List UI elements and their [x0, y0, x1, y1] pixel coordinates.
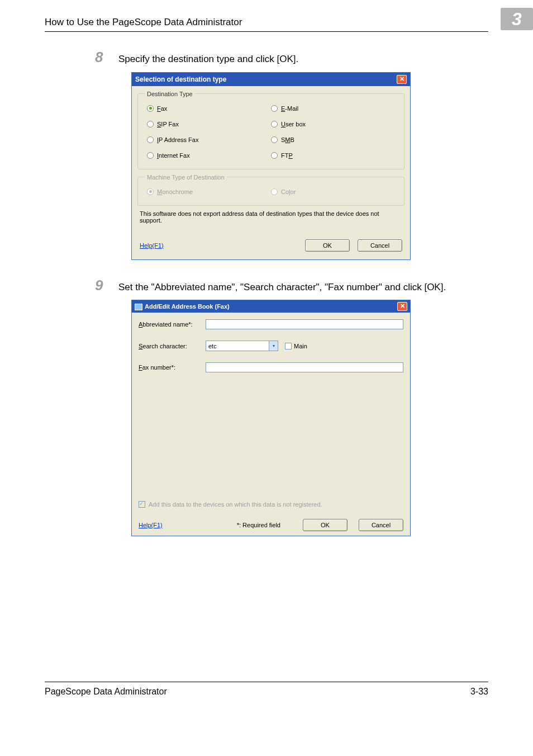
- radio-userbox[interactable]: [271, 121, 278, 127]
- dialog2-title: Add/Edit Address Book (Fax): [135, 303, 230, 310]
- fax-number-label: Fax number*:: [139, 364, 206, 371]
- cancel-button[interactable]: Cancel: [359, 519, 403, 531]
- abbreviated-name-input[interactable]: [206, 319, 403, 329]
- radio-ftp[interactable]: [271, 152, 278, 159]
- radio-monochrome-label: Monochrome: [157, 188, 193, 195]
- main-checkbox[interactable]: [285, 343, 292, 349]
- help-link[interactable]: Help(F1): [140, 242, 164, 249]
- radio-color-label: Color: [281, 188, 296, 195]
- radio-monochrome: [147, 188, 154, 195]
- radio-fax[interactable]: [147, 105, 154, 112]
- radio-sip[interactable]: [147, 121, 154, 127]
- help-link[interactable]: Help(F1): [139, 522, 163, 528]
- step-8-number: 8: [95, 49, 118, 66]
- dialog1-note: This software does not export address da…: [140, 210, 402, 224]
- close-icon[interactable]: ✕: [397, 302, 407, 311]
- add-data-checkbox: [139, 501, 145, 508]
- chapter-badge: 3: [501, 8, 533, 30]
- ok-button[interactable]: OK: [303, 519, 348, 531]
- radio-ftp-label: FTP: [281, 152, 293, 159]
- radio-email[interactable]: [271, 105, 278, 112]
- search-character-select[interactable]: etc ▾: [206, 341, 278, 351]
- fax-number-input[interactable]: [206, 362, 403, 372]
- radio-ipaddress[interactable]: [147, 136, 154, 143]
- radio-color: [271, 188, 278, 195]
- footer-left: PageScope Data Administrator: [45, 687, 167, 697]
- radio-ipaddress-label: IP Address Fax: [157, 136, 198, 143]
- dialog1-title: Selection of destination type: [135, 75, 226, 83]
- step-9-text: Set the "Abbreviated name", "Search char…: [118, 281, 446, 295]
- search-character-label: Search character:: [139, 343, 206, 349]
- radio-email-label: E-Mail: [281, 105, 298, 112]
- cancel-button[interactable]: Cancel: [358, 239, 402, 252]
- page-header-title: How to Use the PageScope Data Administra…: [45, 17, 242, 28]
- chevron-down-icon[interactable]: ▾: [269, 341, 278, 351]
- group-machine-type-legend: Machine Type of Destination: [145, 174, 227, 181]
- footer-page-number: 3-33: [470, 687, 488, 697]
- step-9-number: 9: [95, 277, 118, 294]
- radio-userbox-label: User box: [281, 121, 306, 127]
- close-icon[interactable]: ✕: [397, 75, 407, 84]
- step-8-text: Specify the destination type and click […: [118, 53, 298, 67]
- add-data-note: Add this data to the devices on which th…: [149, 501, 322, 508]
- required-field-label: *: Required field: [237, 522, 280, 528]
- radio-fax-label: Fax: [157, 105, 167, 112]
- main-checkbox-label: Main: [294, 343, 307, 349]
- radio-smb[interactable]: [271, 136, 278, 143]
- addressbook-icon: [135, 304, 142, 310]
- search-character-value: etc: [208, 343, 217, 349]
- radio-internetfax-label: Internet Fax: [157, 152, 190, 159]
- radio-internetfax[interactable]: [147, 152, 154, 159]
- group-destination-type-legend: Destination Type: [145, 91, 195, 97]
- dialog-selection-destination-type: Selection of destination type ✕ Destinat…: [131, 72, 411, 260]
- radio-smb-label: SMB: [281, 136, 294, 143]
- radio-sip-label: SIP Fax: [157, 121, 179, 127]
- ok-button[interactable]: OK: [305, 239, 350, 252]
- dialog-add-edit-address-book: Add/Edit Address Book (Fax) ✕ Abbreviate…: [131, 300, 411, 536]
- abbreviated-name-label: Abbreviated name*:: [139, 321, 206, 328]
